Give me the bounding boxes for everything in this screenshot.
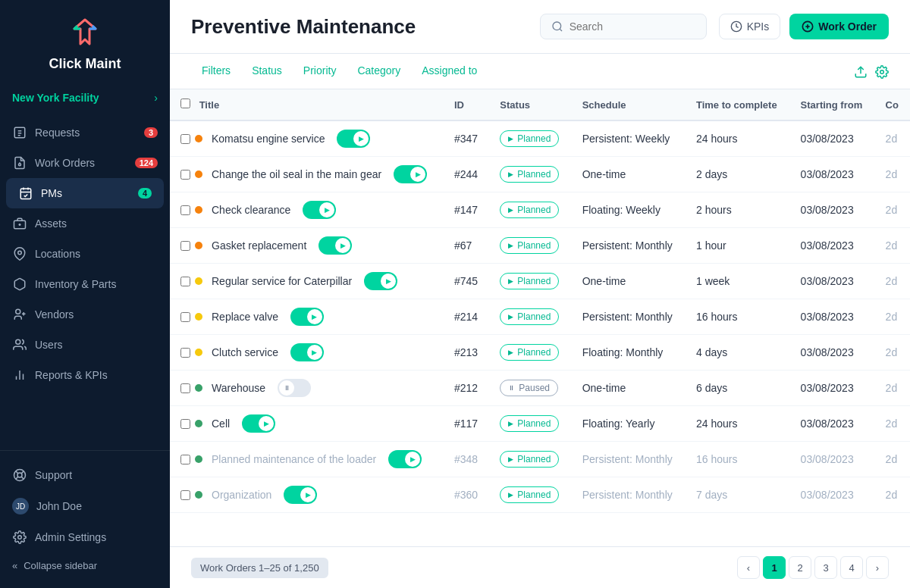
toggle-switch[interactable]: ▶: [290, 308, 324, 326]
users-icon: [12, 337, 27, 352]
row-checkbox[interactable]: [180, 455, 190, 464]
time-cell: 24 hours: [686, 120, 790, 157]
priority-dot: [195, 277, 202, 285]
schedule-cell: One-time: [572, 157, 686, 192]
play-icon: ▶: [312, 313, 317, 321]
toggle-switch[interactable]: ▶: [284, 486, 317, 504]
settings-icon[interactable]: [875, 64, 889, 80]
filter-tab-filters[interactable]: Filters: [191, 54, 241, 89]
toggle-knob: ▶: [307, 345, 322, 360]
next-page-button[interactable]: ›: [866, 556, 889, 579]
status-badge: ▶ Planned: [500, 415, 559, 432]
select-all-checkbox[interactable]: [180, 99, 190, 108]
sidebar-item-vendors[interactable]: Vendors: [0, 299, 170, 330]
filter-tab-assigned-to[interactable]: Assigned to: [411, 54, 488, 89]
filter-tab-status[interactable]: Status: [241, 54, 293, 89]
toggle-knob: ▶: [405, 452, 420, 467]
vendors-icon: [12, 307, 27, 322]
status-cell: ▶ Planned: [489, 264, 571, 299]
assets-icon: [12, 216, 27, 231]
priority-dot: [195, 420, 202, 427]
play-icon: ▶: [264, 420, 269, 427]
toggle-switch[interactable]: ▶: [364, 272, 397, 290]
table-row: Gasket replacement ▶ #67 ▶ Planned Persi…: [170, 228, 910, 264]
sidebar-item-requests[interactable]: Requests 3: [0, 117, 170, 148]
schedule-cell: One-time: [572, 264, 686, 299]
page-2-button[interactable]: 2: [789, 556, 811, 579]
filter-tab-category[interactable]: Category: [347, 54, 411, 89]
col-checkbox: Title: [170, 89, 444, 120]
collapse-sidebar-button[interactable]: « Collapse sidebar: [0, 552, 170, 579]
page-4-button[interactable]: 4: [840, 556, 863, 579]
prev-page-button[interactable]: ‹: [737, 556, 760, 579]
svg-line-24: [16, 477, 18, 479]
search-input[interactable]: [570, 20, 683, 33]
svg-point-14: [16, 309, 20, 314]
sidebar-item-support[interactable]: Support: [0, 460, 170, 490]
row-checkbox[interactable]: [180, 134, 190, 144]
priority-dot: [195, 491, 202, 499]
status-badge: ▶ Planned: [500, 273, 559, 289]
col-id: ID: [444, 89, 489, 120]
sidebar-item-label: Users: [35, 339, 63, 351]
toggle-switch[interactable]: ▶: [337, 130, 370, 148]
sidebar-item-reports-kpis[interactable]: Reports & KPIs: [0, 360, 170, 390]
main-content: Preventive Maintenance KPIs Work Order: [170, 0, 910, 588]
page-1-button[interactable]: 1: [763, 556, 786, 579]
table-row: Replace valve ▶ #214 ▶ Planned Persisten…: [170, 299, 910, 335]
sidebar-item-user[interactable]: JD John Doe: [0, 490, 170, 522]
toggle-switch[interactable]: ▶: [290, 343, 324, 361]
status-icon: ▶: [508, 349, 513, 356]
status-icon: ▶: [508, 170, 513, 178]
row-checkbox[interactable]: [180, 170, 190, 180]
sidebar-item-users[interactable]: Users: [0, 330, 170, 360]
sidebar-item-work-orders[interactable]: Work Orders 124: [0, 148, 170, 178]
svg-point-4: [19, 164, 21, 166]
upload-icon[interactable]: [854, 64, 868, 80]
status-badge: ▶ Planned: [500, 344, 559, 361]
sidebar-item-locations[interactable]: Locations: [0, 239, 170, 269]
work-orders-icon: [12, 155, 27, 170]
row-checkbox[interactable]: [180, 383, 190, 393]
title-cell: Organization ▶: [170, 477, 444, 513]
toggle-switch[interactable]: ▶: [303, 201, 336, 219]
filter-tab-priority[interactable]: Priority: [293, 54, 347, 89]
support-icon: [12, 468, 27, 483]
logo-icon: [67, 15, 103, 52]
filter-icons: [854, 64, 889, 80]
row-checkbox[interactable]: [180, 277, 190, 286]
status-cell: ▶ Planned: [489, 299, 571, 335]
kpi-button[interactable]: KPIs: [719, 14, 781, 39]
status-badge: ▶ Planned: [500, 130, 559, 147]
row-checkbox[interactable]: [180, 348, 190, 358]
sidebar-item-inventory-parts[interactable]: Inventory & Parts: [0, 269, 170, 299]
sidebar-item-assets[interactable]: Assets: [0, 208, 170, 239]
row-checkbox[interactable]: [180, 312, 190, 322]
work-orders-count: Work Orders 1–25 of 1,250: [191, 558, 328, 578]
toggle-switch[interactable]: ⏸: [278, 379, 311, 397]
sidebar-item-admin-settings[interactable]: Admin Settings: [0, 522, 170, 552]
sidebar-item-pms[interactable]: PMs 4: [6, 178, 164, 208]
search-box[interactable]: [540, 14, 707, 39]
row-checkbox[interactable]: [180, 241, 190, 251]
filter-bar: Filters Status Priority Category Assigne…: [170, 54, 910, 89]
row-checkbox[interactable]: [180, 205, 190, 215]
title-cell: Planned maintenance of the loader ▶: [170, 442, 444, 477]
requests-icon: [12, 125, 27, 140]
toggle-switch[interactable]: ▶: [394, 165, 427, 183]
toggle-switch[interactable]: ▶: [388, 450, 422, 468]
work-order-button[interactable]: Work Order: [789, 14, 889, 39]
status-icon: ▶: [508, 277, 513, 285]
title-text: Check clearance: [212, 204, 290, 216]
pause-icon: ⏸: [284, 384, 290, 392]
row-checkbox[interactable]: [180, 490, 190, 500]
sidebar-item-label: Locations: [35, 248, 80, 260]
id-cell: #745: [444, 264, 489, 299]
sidebar-item-label: Reports & KPIs: [35, 369, 108, 381]
facility-selector[interactable]: New York Facility ›: [0, 84, 170, 111]
toggle-switch[interactable]: ▶: [242, 414, 275, 433]
svg-line-22: [21, 477, 24, 479]
row-checkbox[interactable]: [180, 419, 190, 429]
toggle-switch[interactable]: ▶: [318, 236, 352, 255]
page-3-button[interactable]: 3: [814, 556, 837, 579]
